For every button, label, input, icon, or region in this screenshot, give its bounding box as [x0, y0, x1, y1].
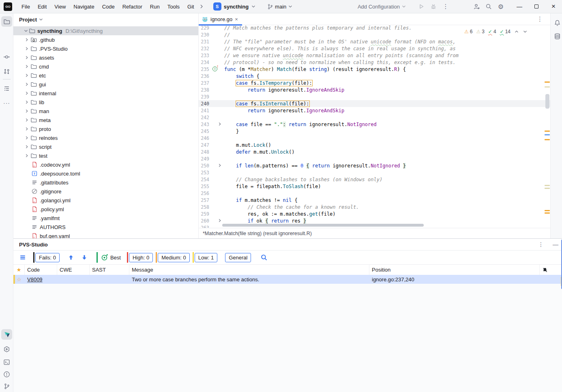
override-gutter-icon[interactable]: I [212, 66, 217, 71]
chevron-right-icon[interactable] [24, 100, 30, 105]
menu-git[interactable]: Git [184, 2, 198, 11]
fold-arrow-icon[interactable] [217, 122, 222, 126]
pvs-search-button[interactable] [259, 252, 269, 263]
pvs-panel-options-button[interactable]: ⋮ [538, 241, 544, 248]
general-filter-button[interactable]: General [225, 253, 251, 262]
chevron-right-icon[interactable] [24, 46, 30, 51]
sast-column-header[interactable]: SAST [90, 265, 129, 275]
pvs-panel-hide-button[interactable]: — [553, 241, 558, 248]
structure-tool-button[interactable] [1, 83, 12, 94]
tree-file-codecov.yml[interactable]: y.codecov.yml [13, 160, 198, 169]
tree-folder-assets[interactable]: assets [13, 53, 198, 62]
position-column-header[interactable]: Position [369, 265, 540, 275]
message-column-header[interactable]: Message [129, 265, 369, 275]
menu-code[interactable]: Code [99, 2, 118, 11]
tree-file-buf.gen.yaml[interactable]: ybuf.gen.yaml [13, 231, 198, 238]
problems-tool-button[interactable] [1, 369, 12, 379]
tree-folder-pvs-studio[interactable]: .PVS-Studio [13, 44, 198, 53]
git-branch-selector[interactable]: main [265, 2, 295, 11]
stripe-mark[interactable] [545, 210, 550, 211]
chevron-right-icon[interactable] [24, 144, 30, 149]
move-up-button[interactable] [66, 252, 76, 263]
code-editor[interactable]: 229// Match matches the patterns plus te… [199, 25, 550, 228]
breadcrumb[interactable]: *Matcher.Match(file string) (result igno… [203, 231, 312, 236]
chevron-right-icon[interactable] [24, 55, 30, 60]
code-column-header[interactable]: Code [25, 265, 57, 275]
chevron-right-icon[interactable] [24, 64, 30, 69]
next-problem-button[interactable] [523, 29, 528, 34]
menu-overflow-chevron-icon[interactable] [199, 4, 204, 9]
git-branch-tool-button[interactable] [1, 381, 12, 392]
row-position[interactable]: ignore.go:237,240 [369, 275, 540, 284]
tree-folder-github[interactable]: .github [13, 35, 198, 44]
tab-ignore-go[interactable]: ignore.go × [199, 13, 242, 25]
cwe-column-header[interactable]: CWE [57, 265, 90, 275]
run-button[interactable] [415, 1, 427, 12]
commit-tool-button[interactable] [1, 51, 12, 62]
tree-folder-test[interactable]: test [13, 151, 198, 160]
stripe-mark[interactable] [545, 188, 550, 189]
project-panel-header[interactable]: Project [13, 13, 198, 26]
run-configuration-selector[interactable]: Add Configuration [354, 2, 410, 11]
window-minimize-button[interactable]: — [511, 0, 528, 13]
fold-arrow-icon[interactable] [217, 218, 222, 223]
tree-file-gitattributes[interactable]: .gitattributes [13, 178, 198, 187]
chevron-right-icon[interactable] [24, 91, 30, 96]
chevron-right-icon[interactable] [24, 73, 30, 78]
chevron-right-icon[interactable] [24, 109, 30, 114]
chevron-right-icon[interactable] [24, 135, 30, 140]
terminal-tool-button[interactable] [1, 357, 12, 367]
tree-file-deepsource.toml[interactable]: T.deepsource.toml [13, 169, 198, 178]
high-filter-button[interactable]: High: 0 [129, 253, 153, 262]
window-maximize-button[interactable] [528, 0, 545, 13]
move-down-button[interactable] [79, 252, 90, 263]
tree-file-yamlfmt[interactable]: .yamlfmt [13, 214, 198, 223]
weak-warnings-indicator[interactable]: ⚠3 [476, 29, 484, 34]
diagnostic-code-link[interactable]: V8009 [27, 276, 43, 283]
tree-root-item[interactable]: syncthingD:\Git\syncthing [13, 26, 198, 35]
chevron-right-icon[interactable] [24, 82, 30, 87]
tab-options-button[interactable]: ⋮ [537, 15, 543, 23]
vertical-scrollbar-thumb[interactable] [545, 94, 549, 109]
database-tool-button[interactable] [552, 31, 562, 41]
stripe-mark[interactable] [545, 131, 550, 132]
services-tool-button[interactable] [1, 344, 12, 354]
horizontal-scrollbar-thumb[interactable] [222, 224, 424, 227]
more-actions-button[interactable]: ⋮ [440, 1, 452, 12]
menu-view[interactable]: View [51, 2, 69, 11]
debug-button[interactable] [427, 1, 440, 12]
best-filter-button[interactable]: Best [110, 255, 121, 261]
chevron-right-icon[interactable] [24, 153, 30, 158]
chevron-right-icon[interactable] [24, 37, 30, 42]
tree-folder-meta[interactable]: meta [13, 116, 198, 124]
warnings-indicator[interactable]: ⚠6 [464, 29, 472, 34]
tree-file-policy.yml[interactable]: y.policy.yml [13, 205, 198, 214]
tree-folder-relnotes[interactable]: relnotes [13, 133, 198, 142]
tree-folder-lib[interactable]: lib [13, 98, 198, 107]
fails-filter-button[interactable]: Fails: 0 [35, 253, 60, 262]
pvs-menu-button[interactable] [17, 252, 28, 263]
menu-run[interactable]: Run [146, 2, 163, 11]
tree-file-golangci.yml[interactable]: y.golangci.yml [13, 196, 198, 205]
tree-file-gitignore[interactable]: .gitignore [13, 187, 198, 196]
tree-file-authors[interactable]: AUTHORS [13, 223, 198, 231]
favorites-column-header[interactable]: ★ [13, 265, 25, 275]
search-everywhere-button[interactable] [483, 1, 495, 12]
prev-problem-button[interactable] [514, 29, 519, 34]
code-with-me-button[interactable] [470, 1, 483, 12]
tree-folder-etc[interactable]: etc [13, 71, 198, 80]
menu-refactor[interactable]: Refactor [119, 2, 146, 11]
chevron-right-icon[interactable] [24, 118, 30, 122]
settings-button[interactable]: ⚙ [495, 1, 507, 12]
git-tool-button[interactable] [1, 66, 12, 77]
typo-indicator[interactable]: ✓4 [488, 29, 496, 34]
menu-edit[interactable]: Edit [34, 2, 50, 11]
low-filter-button[interactable]: Low: 1 [195, 253, 217, 262]
tree-folder-proto[interactable]: proto [13, 124, 198, 133]
tree-folder-man[interactable]: man [13, 107, 198, 116]
tree-folder-gui[interactable]: gui [13, 80, 198, 89]
stripe-mark[interactable] [545, 86, 550, 88]
medium-filter-button[interactable]: Medium: 0 [158, 253, 190, 262]
stripe-mark[interactable] [545, 139, 550, 140]
chevron-right-icon[interactable] [24, 126, 30, 131]
